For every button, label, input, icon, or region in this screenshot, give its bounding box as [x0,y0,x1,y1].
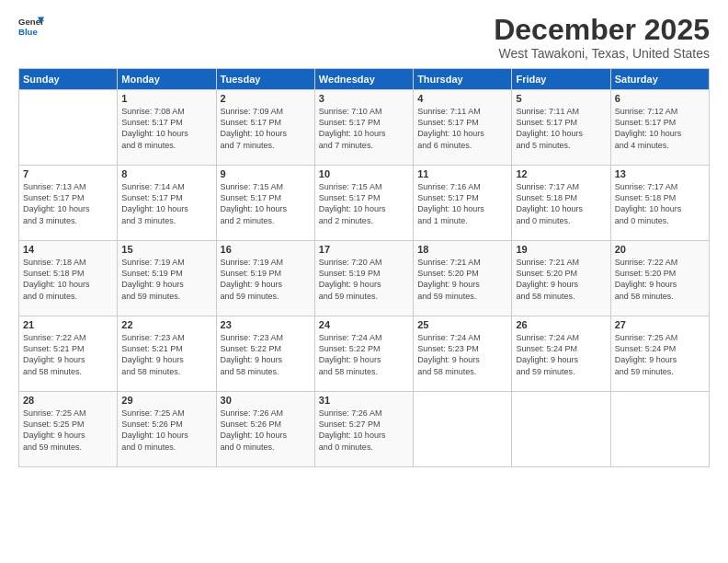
day-number: 16 [221,244,311,255]
day-info: Sunrise: 7:24 AM Sunset: 5:23 PM Dayligh… [417,332,507,377]
day-number: 18 [417,244,507,255]
day-number: 27 [615,319,705,330]
day-cell: 3Sunrise: 7:10 AM Sunset: 5:17 PM Daylig… [314,90,413,166]
day-info: Sunrise: 7:19 AM Sunset: 5:19 PM Dayligh… [121,257,211,302]
day-header-friday: Friday [512,69,610,90]
day-header-monday: Monday [118,69,216,90]
day-info: Sunrise: 7:09 AM Sunset: 5:17 PM Dayligh… [221,106,311,151]
day-cell: 27Sunrise: 7:25 AM Sunset: 5:24 PM Dayli… [610,316,709,392]
day-info: Sunrise: 7:22 AM Sunset: 5:21 PM Dayligh… [23,332,113,377]
day-info: Sunrise: 7:17 AM Sunset: 5:18 PM Dayligh… [615,181,705,226]
day-cell: 15Sunrise: 7:19 AM Sunset: 5:19 PM Dayli… [118,241,216,316]
day-cell: 30Sunrise: 7:26 AM Sunset: 5:26 PM Dayli… [216,392,314,467]
day-cell: 8Sunrise: 7:14 AM Sunset: 5:17 PM Daylig… [118,166,216,241]
day-number: 7 [23,168,113,179]
header: General Blue December 2025 West Tawakoni… [18,14,710,61]
day-info: Sunrise: 7:23 AM Sunset: 5:21 PM Dayligh… [121,332,211,377]
week-row-2: 7Sunrise: 7:13 AM Sunset: 5:17 PM Daylig… [19,166,710,241]
day-cell: 24Sunrise: 7:24 AM Sunset: 5:22 PM Dayli… [314,316,413,392]
day-cell [414,392,512,467]
day-info: Sunrise: 7:26 AM Sunset: 5:26 PM Dayligh… [221,408,311,453]
day-number: 26 [516,319,606,330]
day-number: 11 [417,168,507,179]
day-info: Sunrise: 7:22 AM Sunset: 5:20 PM Dayligh… [615,257,705,302]
day-number: 19 [516,244,606,255]
day-info: Sunrise: 7:08 AM Sunset: 5:17 PM Dayligh… [121,106,211,151]
day-info: Sunrise: 7:25 AM Sunset: 5:25 PM Dayligh… [23,408,113,453]
header-row: SundayMondayTuesdayWednesdayThursdayFrid… [19,69,710,90]
day-cell: 7Sunrise: 7:13 AM Sunset: 5:17 PM Daylig… [19,166,118,241]
day-cell: 29Sunrise: 7:25 AM Sunset: 5:26 PM Dayli… [118,392,216,467]
day-header-sunday: Sunday [19,69,118,90]
day-number: 2 [221,93,311,104]
day-number: 28 [23,395,113,406]
day-number: 1 [121,93,211,104]
week-row-4: 21Sunrise: 7:22 AM Sunset: 5:21 PM Dayli… [19,316,710,392]
day-info: Sunrise: 7:23 AM Sunset: 5:22 PM Dayligh… [221,332,311,377]
day-cell: 11Sunrise: 7:16 AM Sunset: 5:17 PM Dayli… [414,166,512,241]
day-info: Sunrise: 7:26 AM Sunset: 5:27 PM Dayligh… [319,408,409,453]
day-number: 6 [615,93,705,104]
day-cell: 25Sunrise: 7:24 AM Sunset: 5:23 PM Dayli… [414,316,512,392]
day-number: 30 [221,395,311,406]
title-block: December 2025 West Tawakoni, Texas, Unit… [494,14,710,61]
day-number: 5 [516,93,606,104]
day-number: 14 [23,244,113,255]
day-cell: 12Sunrise: 7:17 AM Sunset: 5:18 PM Dayli… [512,166,610,241]
svg-text:Blue: Blue [18,27,38,37]
day-header-wednesday: Wednesday [314,69,413,90]
day-number: 4 [417,93,507,104]
day-info: Sunrise: 7:21 AM Sunset: 5:20 PM Dayligh… [417,257,507,302]
day-info: Sunrise: 7:25 AM Sunset: 5:24 PM Dayligh… [615,332,705,377]
day-info: Sunrise: 7:20 AM Sunset: 5:19 PM Dayligh… [319,257,409,302]
day-info: Sunrise: 7:24 AM Sunset: 5:22 PM Dayligh… [319,332,409,377]
day-cell: 19Sunrise: 7:21 AM Sunset: 5:20 PM Dayli… [512,241,610,316]
day-cell: 16Sunrise: 7:19 AM Sunset: 5:19 PM Dayli… [216,241,314,316]
day-number: 13 [615,168,705,179]
day-header-saturday: Saturday [610,69,709,90]
day-cell: 18Sunrise: 7:21 AM Sunset: 5:20 PM Dayli… [414,241,512,316]
day-cell: 22Sunrise: 7:23 AM Sunset: 5:21 PM Dayli… [118,316,216,392]
day-number: 12 [516,168,606,179]
day-number: 9 [221,168,311,179]
day-number: 8 [121,168,211,179]
day-cell: 9Sunrise: 7:15 AM Sunset: 5:17 PM Daylig… [216,166,314,241]
day-info: Sunrise: 7:17 AM Sunset: 5:18 PM Dayligh… [516,181,606,226]
day-info: Sunrise: 7:15 AM Sunset: 5:17 PM Dayligh… [319,181,409,226]
day-info: Sunrise: 7:11 AM Sunset: 5:17 PM Dayligh… [417,106,507,151]
day-cell: 1Sunrise: 7:08 AM Sunset: 5:17 PM Daylig… [118,90,216,166]
day-cell: 31Sunrise: 7:26 AM Sunset: 5:27 PM Dayli… [314,392,413,467]
day-cell: 4Sunrise: 7:11 AM Sunset: 5:17 PM Daylig… [414,90,512,166]
day-cell: 28Sunrise: 7:25 AM Sunset: 5:25 PM Dayli… [19,392,118,467]
day-cell: 5Sunrise: 7:11 AM Sunset: 5:17 PM Daylig… [512,90,610,166]
main-container: General Blue December 2025 West Tawakoni… [0,0,728,563]
day-number: 15 [121,244,211,255]
day-cell: 21Sunrise: 7:22 AM Sunset: 5:21 PM Dayli… [19,316,118,392]
day-number: 24 [319,319,409,330]
day-number: 31 [319,395,409,406]
day-cell: 26Sunrise: 7:24 AM Sunset: 5:24 PM Dayli… [512,316,610,392]
day-cell: 20Sunrise: 7:22 AM Sunset: 5:20 PM Dayli… [610,241,709,316]
logo: General Blue [18,14,44,40]
day-number: 22 [121,319,211,330]
day-info: Sunrise: 7:19 AM Sunset: 5:19 PM Dayligh… [221,257,311,302]
day-number: 10 [319,168,409,179]
logo-icon: General Blue [18,14,44,40]
day-number: 23 [221,319,311,330]
day-number: 25 [417,319,507,330]
day-info: Sunrise: 7:16 AM Sunset: 5:17 PM Dayligh… [417,181,507,226]
day-cell: 14Sunrise: 7:18 AM Sunset: 5:18 PM Dayli… [19,241,118,316]
day-header-thursday: Thursday [414,69,512,90]
day-info: Sunrise: 7:11 AM Sunset: 5:17 PM Dayligh… [516,106,606,151]
day-cell [512,392,610,467]
day-cell: 10Sunrise: 7:15 AM Sunset: 5:17 PM Dayli… [314,166,413,241]
day-cell: 2Sunrise: 7:09 AM Sunset: 5:17 PM Daylig… [216,90,314,166]
day-info: Sunrise: 7:13 AM Sunset: 5:17 PM Dayligh… [23,181,113,226]
day-cell: 17Sunrise: 7:20 AM Sunset: 5:19 PM Dayli… [314,241,413,316]
day-info: Sunrise: 7:12 AM Sunset: 5:17 PM Dayligh… [615,106,705,151]
day-number: 17 [319,244,409,255]
day-number: 21 [23,319,113,330]
day-info: Sunrise: 7:15 AM Sunset: 5:17 PM Dayligh… [221,181,311,226]
day-number: 20 [615,244,705,255]
week-row-5: 28Sunrise: 7:25 AM Sunset: 5:25 PM Dayli… [19,392,710,467]
